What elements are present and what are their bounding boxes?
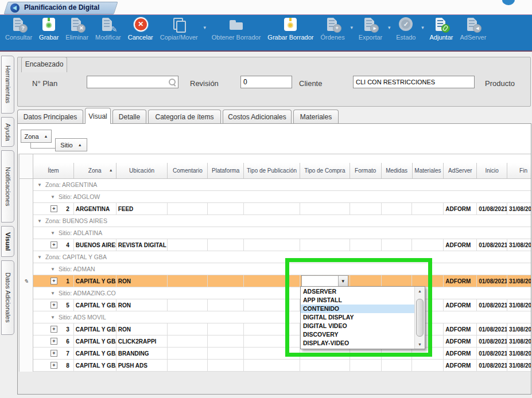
cell-comentario[interactable] bbox=[168, 360, 208, 372]
column-header-materiales[interactable]: Materiales bbox=[413, 163, 444, 178]
table-row[interactable]: +5CAPITAL Y GBARONADFORM01/08/202131/08/… bbox=[20, 299, 531, 311]
tab-categoria-de-items[interactable]: Categoría de ítems bbox=[148, 110, 221, 123]
cell-plataforma[interactable] bbox=[208, 360, 244, 372]
group-row-sitio[interactable]: ▼Sitio: ADS MOVIL bbox=[20, 311, 531, 323]
side-tab-herramientas[interactable]: Herramientas bbox=[1, 56, 14, 114]
cell-inicio[interactable]: 01/08/2021 bbox=[477, 348, 507, 360]
dropdown-option[interactable]: DIGITAL DISPLAY bbox=[301, 313, 414, 322]
cell-adserver[interactable]: ADFORM bbox=[444, 203, 477, 215]
cell-adserver[interactable]: ADFORM bbox=[444, 239, 477, 251]
cell-ubicacion[interactable]: CLICK2RAPPI bbox=[117, 335, 168, 348]
cell-tipo-publicacion[interactable] bbox=[244, 275, 300, 287]
chevron-down-icon[interactable]: ▾ bbox=[349, 25, 355, 30]
chevron-down-icon[interactable]: ▾ bbox=[202, 25, 208, 30]
column-header-zona[interactable]: Zona▲ bbox=[74, 163, 117, 178]
cell-fin[interactable]: 31/08/2021 bbox=[507, 348, 531, 360]
table-row[interactable]: +7CAPITAL Y GBABRANDINGADFORM01/08/20213… bbox=[20, 348, 531, 360]
cell-ubicacion[interactable]: RON bbox=[117, 299, 168, 311]
expand-plus-icon[interactable]: + bbox=[51, 362, 57, 369]
cell-adserver[interactable]: ADFORM bbox=[444, 299, 477, 311]
column-header-ubicacion[interactable]: Ubicación bbox=[117, 163, 168, 178]
collapse-arrow-icon[interactable]: ▼ bbox=[37, 255, 42, 260]
cell-zona[interactable]: CAPITAL Y GBA bbox=[74, 275, 117, 287]
cell-inicio[interactable]: 01/08/2021 bbox=[477, 239, 507, 251]
cancelar-button[interactable]: ✕Cancelar bbox=[125, 15, 156, 50]
group-row-sitio[interactable]: ▼Sitio: ADGLOW bbox=[20, 191, 531, 203]
cell-plataforma[interactable] bbox=[208, 239, 244, 251]
window-title-tab[interactable]: Planificación de Digital bbox=[6, 2, 116, 14]
cell-inicio[interactable]: 01/08/2021 bbox=[477, 323, 507, 335]
tab-visual[interactable]: Visual bbox=[85, 108, 111, 124]
group-by-zona[interactable]: Zona▲ bbox=[21, 130, 52, 143]
cell-item[interactable]: +8 bbox=[33, 360, 74, 372]
cell-tipo-publicacion[interactable] bbox=[244, 335, 300, 348]
tab-detalle[interactable]: Detalle bbox=[112, 110, 146, 123]
cell-fin[interactable]: 31/08/2021 bbox=[507, 335, 531, 348]
table-row[interactable]: +4BUENOS AIRESREVISTA DIGITALADFORM01/08… bbox=[20, 239, 531, 251]
cell-adserver[interactable]: ADFORM bbox=[444, 335, 477, 348]
cell-plataforma[interactable] bbox=[208, 335, 244, 348]
cell-item[interactable]: +4 bbox=[33, 239, 74, 251]
group-row-sitio[interactable]: ▼Sitio: ADMAZING.CO bbox=[20, 287, 531, 299]
cell-item[interactable]: +2 bbox=[33, 203, 74, 215]
side-tab-ayuda[interactable]: Ayuda bbox=[1, 117, 14, 147]
cell-plataforma[interactable] bbox=[208, 323, 244, 335]
scrollbar-thumb[interactable] bbox=[416, 299, 424, 337]
cell-tipo-publicacion[interactable] bbox=[244, 360, 300, 372]
cell-adserver[interactable]: ADFORM bbox=[444, 323, 477, 335]
cell-plataforma[interactable] bbox=[208, 299, 244, 311]
cell-ubicacion[interactable]: FEED bbox=[117, 203, 168, 215]
cell-zona[interactable]: CAPITAL Y GBA bbox=[74, 360, 117, 372]
collapse-arrow-icon[interactable]: ▼ bbox=[37, 218, 42, 224]
cell-ubicacion[interactable]: BRANDING bbox=[117, 348, 168, 360]
search-icon[interactable] bbox=[168, 77, 177, 87]
cell-adserver[interactable]: ADFORM bbox=[444, 275, 477, 287]
expand-plus-icon[interactable]: + bbox=[51, 302, 57, 309]
cell-comentario[interactable] bbox=[168, 299, 208, 311]
tab-datos-principales[interactable]: Datos Principales bbox=[17, 110, 83, 123]
tab-materiales[interactable]: Materiales bbox=[293, 110, 339, 123]
cell-medidas[interactable] bbox=[382, 203, 413, 215]
cell-medidas[interactable] bbox=[382, 360, 413, 372]
cell-item[interactable]: +5 bbox=[33, 299, 74, 311]
cell-zona[interactable]: CAPITAL Y GBA bbox=[74, 335, 117, 348]
tipo-de-compra-editor[interactable]: ▼ bbox=[302, 276, 348, 287]
cell-tipo-publicacion[interactable] bbox=[244, 348, 300, 360]
cell-fin[interactable]: 31/08/2021 bbox=[507, 323, 531, 335]
dropdown-scrollbar[interactable]: ▲ ▼ bbox=[414, 287, 425, 349]
column-header-inicio[interactable]: Inicio bbox=[477, 163, 507, 178]
cell-materiales[interactable] bbox=[412, 360, 444, 372]
cell-materiales[interactable] bbox=[412, 348, 444, 360]
table-row[interactable]: +6CAPITAL Y GBACLICK2RAPPIADFORM01/08/20… bbox=[20, 335, 531, 348]
chevron-down-icon[interactable]: ▾ bbox=[420, 25, 425, 30]
dropdown-option[interactable]: DIGITAL VIDEO bbox=[301, 322, 414, 330]
column-header-medidas[interactable]: Medidas bbox=[382, 163, 413, 178]
column-header-tipo-de-compra[interactable]: Tipo de Compra bbox=[300, 163, 350, 178]
column-header-item[interactable]: Ítem bbox=[33, 163, 74, 178]
cell-fin[interactable]: 31/08/2021 bbox=[507, 299, 531, 311]
cell-ubicacion[interactable]: RON bbox=[117, 323, 168, 335]
expand-plus-icon[interactable]: + bbox=[51, 205, 57, 212]
side-tab-notificaciones[interactable]: Notificaciones bbox=[1, 150, 14, 223]
cell-medidas[interactable] bbox=[382, 348, 413, 360]
column-header-comentario[interactable]: Comentario bbox=[168, 163, 208, 178]
cell-fin[interactable]: 31/08/2021 bbox=[507, 360, 531, 372]
cell-medidas[interactable] bbox=[382, 275, 413, 287]
cell-comentario[interactable] bbox=[168, 203, 208, 215]
cell-fin[interactable]: 31/08/2021 bbox=[507, 275, 531, 287]
cell-medidas[interactable] bbox=[382, 239, 413, 251]
cell-ubicacion[interactable]: REVISTA DIGITAL bbox=[117, 239, 168, 251]
column-header-tipo-de-publicacion[interactable]: Tipo de Publicación bbox=[244, 163, 300, 178]
revision-input[interactable] bbox=[241, 78, 292, 86]
cell-comentario[interactable] bbox=[168, 239, 208, 251]
group-row-zona[interactable]: ▼Zona: ARGENTINA bbox=[20, 179, 531, 191]
expand-plus-icon[interactable]: + bbox=[51, 326, 57, 333]
dropdown-option[interactable]: DISPLAY-VIDEO bbox=[301, 339, 414, 348]
group-row-zona[interactable]: ▼Zona: CAPITAL Y GBA bbox=[20, 251, 531, 263]
tab-costos-adicionales[interactable]: Costos Adicionales bbox=[223, 110, 292, 123]
expand-plus-icon[interactable]: + bbox=[51, 350, 57, 357]
collapse-arrow-icon[interactable]: ▼ bbox=[51, 315, 55, 320]
dropdown-option[interactable]: DISCOVERY bbox=[301, 330, 414, 339]
expand-plus-icon[interactable]: + bbox=[51, 278, 57, 284]
cell-tipo-publicacion[interactable] bbox=[244, 299, 300, 311]
